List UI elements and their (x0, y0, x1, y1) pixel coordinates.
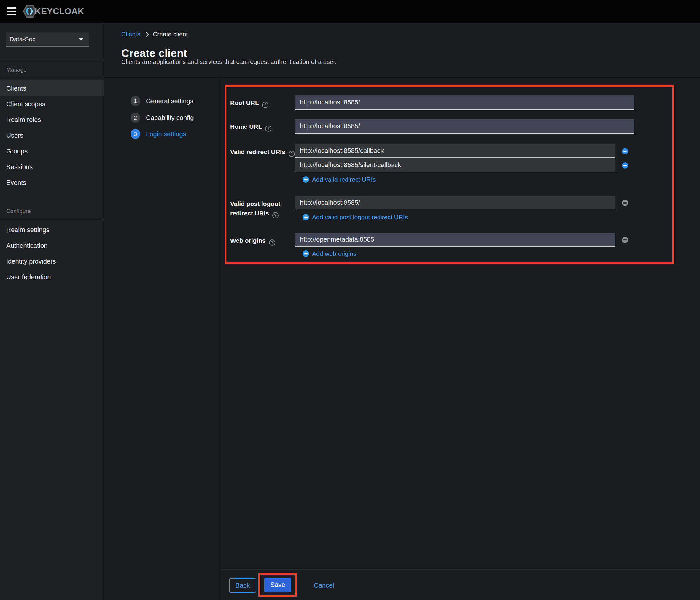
realm-selector-value: Data-Sec (9, 35, 35, 43)
valid-redirect-uris-label: Valid redirect URIs (230, 144, 295, 184)
realm-selector[interactable]: Data-Sec (6, 32, 89, 47)
masthead: KEYCLOAK (0, 0, 700, 23)
sidebar-item-realm-roles[interactable]: Realm roles (0, 112, 103, 127)
save-highlight-box: Save (258, 573, 297, 597)
wizard-step-capability-config[interactable]: 2 Capability config (130, 113, 194, 123)
redirect-uri-input-1[interactable] (295, 144, 616, 158)
add-valid-redirect-uris-link[interactable]: Add valid redirect URIs (303, 176, 376, 183)
back-button[interactable]: Back (229, 578, 256, 593)
add-post-logout-redirect-uris-link[interactable]: Add valid post logout redirect URIs (303, 214, 408, 221)
add-web-origins-link[interactable]: Add web origins (303, 250, 356, 257)
wizard-footer: Back Save Cancel (221, 570, 700, 600)
plus-circle-icon (303, 214, 309, 220)
sidebar-item-realm-settings[interactable]: Realm settings (0, 222, 103, 238)
sidebar-section-manage: Manage (6, 67, 27, 73)
root-url-input[interactable] (295, 95, 634, 110)
sidebar-item-client-scopes[interactable]: Client scopes (0, 96, 103, 112)
sidebar-item-clients[interactable]: Clients (0, 80, 103, 96)
login-settings-form: Root URL Home URL (221, 77, 700, 600)
help-icon[interactable] (265, 125, 271, 132)
sidebar-section-configure: Configure (6, 208, 30, 215)
sidebar-nav-configure: Realm settings Authentication Identity p… (0, 222, 103, 285)
sidebar-divider (0, 59, 103, 60)
post-logout-redirect-uris-label: Valid post logout redirect URIs (230, 196, 295, 222)
sidebar-item-events[interactable]: Events (0, 175, 103, 191)
sidebar-item-user-federation[interactable]: User federation (0, 269, 103, 285)
create-client-wizard: 1 General settings 2 Capability config 3… (104, 77, 700, 600)
sidebar-item-identity-providers[interactable]: Identity providers (0, 254, 103, 269)
page-title: Create client (121, 47, 187, 59)
help-icon[interactable] (262, 102, 269, 108)
save-button[interactable]: Save (264, 578, 291, 592)
wizard-step-login-settings[interactable]: 3 Login settings (130, 129, 186, 139)
home-url-input[interactable] (295, 119, 634, 134)
step-number-badge: 1 (130, 96, 140, 106)
field-root-url: Root URL (230, 95, 672, 110)
sidebar-item-users[interactable]: Users (0, 127, 103, 143)
field-web-origins: Web origins Add web origins (230, 233, 672, 258)
minus-circle-icon[interactable] (622, 200, 628, 206)
sidebar: Data-Sec Manage Clients Client scopes Re… (0, 23, 104, 600)
page-subtitle: Clients are applications and services th… (121, 58, 336, 65)
step-number-badge: 3 (130, 129, 140, 139)
main-content: Clients Create client Create client Clie… (104, 23, 700, 600)
brand-text: KEYCLOAK (35, 6, 84, 16)
home-url-label: Home URL (230, 119, 295, 134)
field-post-logout-redirect-uris: Valid post logout redirect URIs Add vali… (230, 196, 672, 222)
breadcrumb: Clients Create client (121, 30, 188, 38)
breadcrumb-current: Create client (153, 30, 188, 38)
keycloak-logo: KEYCLOAK (23, 5, 84, 18)
sidebar-item-sessions[interactable]: Sessions (0, 159, 103, 175)
post-logout-redirect-uri-input[interactable] (295, 196, 616, 210)
caret-down-icon (79, 38, 83, 41)
web-origins-input[interactable] (295, 233, 616, 246)
minus-circle-icon[interactable] (622, 148, 628, 154)
plus-circle-icon (303, 176, 309, 183)
hamburger-menu-icon[interactable] (7, 7, 16, 16)
help-icon[interactable] (272, 212, 278, 218)
web-origins-label: Web origins (230, 233, 295, 258)
breadcrumb-link-clients[interactable]: Clients (121, 30, 140, 38)
sidebar-nav-manage: Clients Client scopes Realm roles Users … (0, 80, 103, 191)
wizard-steps-nav: 1 General settings 2 Capability config 3… (104, 77, 220, 600)
form-highlight-box: Root URL Home URL (225, 85, 674, 264)
sidebar-item-groups[interactable]: Groups (0, 143, 103, 159)
redirect-uri-input-2[interactable] (295, 159, 616, 172)
step-number-badge: 2 (130, 113, 140, 123)
help-icon[interactable] (289, 151, 295, 157)
wizard-step-general-settings[interactable]: 1 General settings (130, 96, 193, 106)
minus-circle-icon[interactable] (622, 237, 628, 243)
field-valid-redirect-uris: Valid redirect URIs (230, 144, 672, 184)
minus-circle-icon[interactable] (622, 162, 628, 169)
keycloak-admin-page: KEYCLOAK Data-Sec Manage Clients Client … (0, 0, 700, 600)
sidebar-divider (0, 78, 103, 78)
plus-circle-icon (303, 250, 309, 257)
root-url-label: Root URL (230, 95, 295, 110)
chevron-right-icon (144, 32, 149, 37)
sidebar-item-authentication[interactable]: Authentication (0, 238, 103, 254)
field-home-url: Home URL (230, 119, 672, 134)
cancel-link[interactable]: Cancel (314, 578, 334, 593)
help-icon[interactable] (269, 239, 275, 246)
